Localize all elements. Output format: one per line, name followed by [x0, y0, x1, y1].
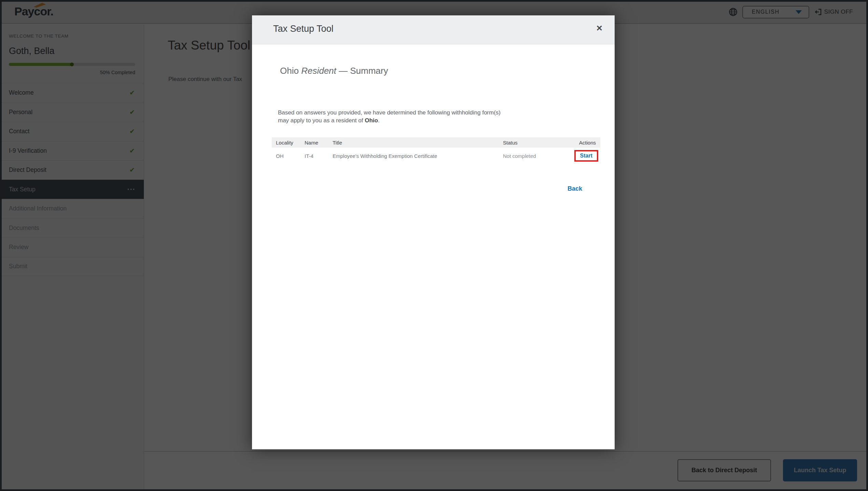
cell-status: Not completed	[503, 153, 571, 159]
close-icon[interactable]: ×	[596, 23, 602, 33]
table-row: OHIT-4Employee's Withholding Exemption C…	[272, 148, 600, 164]
description-line2-suffix: .	[378, 117, 380, 124]
summary-title-italic: Resident	[301, 66, 336, 76]
cell-title: Employee's Withholding Exemption Certifi…	[333, 153, 503, 159]
summary-title: Ohio Resident — Summary	[280, 66, 388, 76]
back-link[interactable]: Back	[568, 185, 582, 192]
action-highlight-box: Start	[574, 150, 598, 162]
cell-actions: Start	[571, 150, 600, 162]
cell-name: IT-4	[305, 153, 333, 159]
summary-title-suffix: — Summary	[336, 66, 388, 76]
start-link[interactable]: Start	[580, 153, 592, 159]
table-header-title: Title	[333, 140, 503, 146]
table-header-locality: Locality	[272, 140, 305, 146]
table-header-status: Status	[503, 140, 571, 146]
description-line2-bold: Ohio	[365, 117, 378, 124]
table-header-actions: Actions	[571, 140, 600, 146]
summary-description: Based on answers you provided, we have d…	[278, 109, 501, 124]
description-line1: Based on answers you provided, we have d…	[278, 109, 501, 116]
withholding-forms-table: LocalityNameTitleStatusActions OHIT-4Emp…	[272, 137, 600, 164]
modal-title: Tax Setup Tool	[273, 24, 334, 34]
modal-body: Ohio Resident — Summary Based on answers…	[252, 44, 615, 449]
table-header-row: LocalityNameTitleStatusActions	[272, 137, 600, 148]
description-line2-prefix: may apply to you as a resident of	[278, 117, 365, 124]
cell-locality: OH	[272, 153, 305, 159]
table-header-name: Name	[305, 140, 333, 146]
app-window: Paycor. ENGLISH SIGN OFF	[0, 0, 868, 491]
table-rows: OHIT-4Employee's Withholding Exemption C…	[272, 148, 600, 164]
tax-setup-modal: Tax Setup Tool × Ohio Resident — Summary…	[252, 15, 615, 449]
modal-header: Tax Setup Tool ×	[252, 15, 615, 44]
summary-title-prefix: Ohio	[280, 66, 301, 76]
